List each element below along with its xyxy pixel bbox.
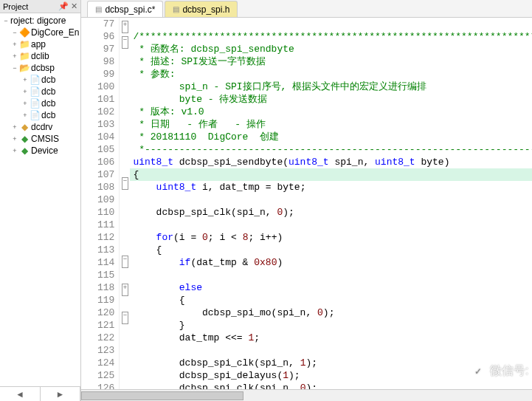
code-line[interactable]: * 20181110 DigCore 创建	[130, 131, 532, 143]
line-number: 118	[81, 281, 114, 294]
watermark: ✓ 微信号: DigCore	[471, 363, 532, 379]
tree-item-CMSIS[interactable]: +◆CMSIS	[0, 133, 80, 145]
line-number: 126	[81, 382, 114, 389]
fold-marker	[120, 374, 130, 387]
code-line[interactable]: {	[130, 244, 532, 256]
line-number: 96	[81, 30, 114, 43]
fold-marker[interactable]: −	[120, 36, 130, 49]
line-number: 120	[81, 306, 114, 319]
fold-marker[interactable]: +	[120, 284, 130, 296]
code-line[interactable]: * 函数名: dcbsp_spi_sendbyte	[130, 43, 532, 55]
project-target[interactable]: −🔶DigCore_En	[0, 27, 80, 38]
tree-item-app[interactable]: +📁app	[0, 38, 80, 50]
code-line[interactable]	[130, 269, 532, 281]
tab-bar: ▤dcbsp_spi.c*▤dcbsp_spi.h	[81, 0, 532, 18]
code-line[interactable]: * 描述: SPI发送一字节数据	[130, 55, 532, 68]
fold-marker	[120, 202, 130, 215]
tab-dcbsp_spi.h[interactable]: ▤dcbsp_spi.h	[165, 1, 238, 17]
scrollbar-thumb[interactable]	[81, 391, 243, 400]
code-line[interactable]	[130, 344, 532, 357]
fold-marker[interactable]: −	[120, 312, 130, 324]
file-icon: ▤	[173, 5, 179, 13]
fold-marker	[120, 215, 130, 227]
fold-marker	[120, 324, 130, 337]
project-panel-header: Project 📌 ✕	[0, 0, 80, 13]
horizontal-scrollbar[interactable]	[81, 389, 532, 401]
code-line[interactable]: * 参数:	[130, 68, 532, 80]
code-line[interactable]: uint8_t i, dat_tmp = byte;	[130, 181, 532, 193]
fold-marker[interactable]: +	[120, 21, 130, 33]
tree-item-dcb[interactable]: +📄dcb	[0, 86, 80, 97]
line-number: 125	[81, 369, 114, 382]
line-number: 114	[81, 256, 114, 269]
line-number: 107	[81, 168, 114, 181]
tree-item-dcb[interactable]: +📄dcb	[0, 74, 80, 86]
code-line[interactable]: {	[130, 168, 532, 181]
project-tree[interactable]: −roject: digcore−🔶DigCore_En+📁app+📁dclib…	[0, 13, 80, 386]
tree-item-dcbsp[interactable]: −📂dcbsp	[0, 62, 80, 74]
tab-dcbsp_spi.c*[interactable]: ▤dcbsp_spi.c*	[87, 1, 163, 17]
line-number: 122	[81, 332, 114, 344]
code-line[interactable]: spi_n - SPI接口序号, 根据头文件中的宏定义进行编排	[130, 80, 532, 93]
code-line[interactable]: * 日期 - 作者 - 操作	[130, 118, 532, 131]
fold-marker	[120, 74, 130, 86]
line-number: 101	[81, 93, 114, 106]
line-number: 106	[81, 156, 114, 168]
fold-marker	[120, 112, 130, 124]
line-number: 77	[81, 18, 114, 30]
fold-marker	[120, 99, 130, 112]
line-number: 113	[81, 244, 114, 256]
code-line[interactable]: }	[130, 319, 532, 332]
tree-item-Device[interactable]: +◆Device	[0, 145, 80, 157]
code-line[interactable]: byte - 待发送数据	[130, 93, 532, 106]
fold-marker	[120, 240, 130, 253]
code-line[interactable]: * 版本: v1.0	[130, 106, 532, 118]
editor-area: ▤dcbsp_spi.c*▤dcbsp_spi.h 77969798991001…	[81, 0, 532, 401]
code-content[interactable]: /***************************************…	[130, 18, 532, 389]
tree-item-dcdrv[interactable]: +◆dcdrv	[0, 121, 80, 133]
code-line[interactable]: dat_tmp <<= 1;	[130, 332, 532, 344]
fold-marker	[120, 86, 130, 99]
fold-marker	[120, 61, 130, 74]
line-number-gutter: 7796979899100101102103104105106107108109…	[81, 18, 120, 389]
fold-marker	[120, 227, 130, 240]
tree-item-dcb[interactable]: +📄dcb	[0, 97, 80, 109]
tree-item-dcb[interactable]: +📄dcb	[0, 109, 80, 121]
fold-marker	[120, 337, 130, 349]
file-icon: ▤	[95, 5, 102, 13]
fold-marker	[120, 349, 130, 362]
code-line[interactable]: dcbsp_spi_clk(spi_n, 0);	[130, 206, 532, 219]
sidebar-scroll[interactable]: ◄ ►	[0, 386, 80, 401]
fold-column[interactable]: +−−−+−	[120, 18, 130, 389]
line-number: 115	[81, 269, 114, 281]
code-line[interactable]	[130, 219, 532, 231]
line-number: 108	[81, 181, 114, 193]
fold-marker	[120, 137, 130, 149]
line-number: 104	[81, 131, 114, 143]
fold-marker[interactable]: −	[120, 256, 130, 268]
code-line[interactable]: dcbsp_spi_mo(spi_n, 0);	[130, 306, 532, 319]
code-line[interactable]: *---------------------------------------…	[130, 143, 532, 156]
code-line[interactable]: if(dat_tmp & 0x80)	[130, 256, 532, 269]
panel-pin-icon[interactable]: 📌 ✕	[58, 1, 77, 11]
scroll-left-icon[interactable]: ◄	[0, 387, 41, 401]
watermark-prefix: 微信号:	[490, 363, 528, 379]
scroll-right-icon[interactable]: ►	[41, 387, 81, 401]
fold-marker	[120, 362, 130, 374]
fold-marker[interactable]: −	[120, 177, 130, 190]
code-line[interactable]: uint8_t dcbsp_spi_sendbyte(uint8_t spi_n…	[130, 156, 532, 168]
code-line[interactable]: {	[130, 294, 532, 306]
code-line[interactable]: for(i = 0; i < 8; i++)	[130, 231, 532, 244]
code-editor[interactable]: 7796979899100101102103104105106107108109…	[81, 18, 532, 389]
tree-item-dclib[interactable]: +📁dclib	[0, 50, 80, 62]
code-line[interactable]	[130, 18, 532, 30]
code-line[interactable]: dcbsp_spi_clk(spi_n, 0);	[130, 382, 532, 389]
fold-marker	[120, 124, 130, 137]
code-line[interactable]: else	[130, 281, 532, 294]
line-number: 119	[81, 294, 114, 306]
code-line[interactable]	[130, 193, 532, 206]
fold-marker	[120, 190, 130, 202]
project-root[interactable]: −roject: digcore	[0, 15, 80, 27]
code-line[interactable]: /***************************************…	[130, 30, 532, 43]
fold-marker	[120, 149, 130, 162]
